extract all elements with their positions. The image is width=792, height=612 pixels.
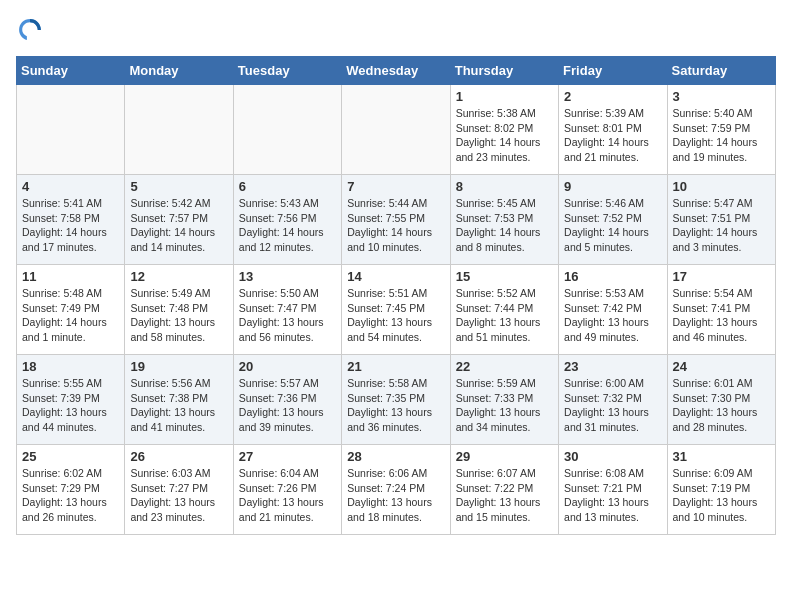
day-info: Sunrise: 6:07 AMSunset: 7:22 PMDaylight:… (456, 466, 553, 525)
day-of-week-thursday: Thursday (450, 57, 558, 85)
day-info: Sunrise: 5:49 AMSunset: 7:48 PMDaylight:… (130, 286, 227, 345)
calendar-cell: 20Sunrise: 5:57 AMSunset: 7:36 PMDayligh… (233, 355, 341, 445)
calendar-cell: 29Sunrise: 6:07 AMSunset: 7:22 PMDayligh… (450, 445, 558, 535)
calendar-cell (125, 85, 233, 175)
calendar-cell: 4Sunrise: 5:41 AMSunset: 7:58 PMDaylight… (17, 175, 125, 265)
day-info: Sunrise: 6:03 AMSunset: 7:27 PMDaylight:… (130, 466, 227, 525)
calendar-cell: 6Sunrise: 5:43 AMSunset: 7:56 PMDaylight… (233, 175, 341, 265)
day-info: Sunrise: 5:44 AMSunset: 7:55 PMDaylight:… (347, 196, 444, 255)
day-number: 31 (673, 449, 770, 464)
calendar-cell: 16Sunrise: 5:53 AMSunset: 7:42 PMDayligh… (559, 265, 667, 355)
calendar-cell: 31Sunrise: 6:09 AMSunset: 7:19 PMDayligh… (667, 445, 775, 535)
day-number: 14 (347, 269, 444, 284)
day-number: 1 (456, 89, 553, 104)
logo-icon (16, 16, 44, 44)
day-info: Sunrise: 6:09 AMSunset: 7:19 PMDaylight:… (673, 466, 770, 525)
calendar-cell: 7Sunrise: 5:44 AMSunset: 7:55 PMDaylight… (342, 175, 450, 265)
calendar-cell (233, 85, 341, 175)
calendar-cell: 26Sunrise: 6:03 AMSunset: 7:27 PMDayligh… (125, 445, 233, 535)
day-number: 8 (456, 179, 553, 194)
day-info: Sunrise: 6:02 AMSunset: 7:29 PMDaylight:… (22, 466, 119, 525)
day-number: 30 (564, 449, 661, 464)
day-info: Sunrise: 5:52 AMSunset: 7:44 PMDaylight:… (456, 286, 553, 345)
page-header (16, 16, 776, 44)
day-info: Sunrise: 5:45 AMSunset: 7:53 PMDaylight:… (456, 196, 553, 255)
day-info: Sunrise: 6:04 AMSunset: 7:26 PMDaylight:… (239, 466, 336, 525)
day-number: 15 (456, 269, 553, 284)
day-number: 10 (673, 179, 770, 194)
day-info: Sunrise: 5:40 AMSunset: 7:59 PMDaylight:… (673, 106, 770, 165)
day-of-week-friday: Friday (559, 57, 667, 85)
day-info: Sunrise: 5:46 AMSunset: 7:52 PMDaylight:… (564, 196, 661, 255)
day-number: 17 (673, 269, 770, 284)
day-of-week-monday: Monday (125, 57, 233, 85)
day-info: Sunrise: 5:39 AMSunset: 8:01 PMDaylight:… (564, 106, 661, 165)
day-info: Sunrise: 5:56 AMSunset: 7:38 PMDaylight:… (130, 376, 227, 435)
day-number: 13 (239, 269, 336, 284)
calendar-cell: 21Sunrise: 5:58 AMSunset: 7:35 PMDayligh… (342, 355, 450, 445)
day-info: Sunrise: 5:41 AMSunset: 7:58 PMDaylight:… (22, 196, 119, 255)
calendar-cell: 30Sunrise: 6:08 AMSunset: 7:21 PMDayligh… (559, 445, 667, 535)
day-number: 27 (239, 449, 336, 464)
calendar-cell: 19Sunrise: 5:56 AMSunset: 7:38 PMDayligh… (125, 355, 233, 445)
calendar-cell: 17Sunrise: 5:54 AMSunset: 7:41 PMDayligh… (667, 265, 775, 355)
day-number: 3 (673, 89, 770, 104)
day-info: Sunrise: 5:51 AMSunset: 7:45 PMDaylight:… (347, 286, 444, 345)
day-number: 19 (130, 359, 227, 374)
day-number: 9 (564, 179, 661, 194)
calendar-cell: 11Sunrise: 5:48 AMSunset: 7:49 PMDayligh… (17, 265, 125, 355)
calendar-cell: 8Sunrise: 5:45 AMSunset: 7:53 PMDaylight… (450, 175, 558, 265)
day-number: 20 (239, 359, 336, 374)
calendar-cell: 24Sunrise: 6:01 AMSunset: 7:30 PMDayligh… (667, 355, 775, 445)
week-row-1: 1Sunrise: 5:38 AMSunset: 8:02 PMDaylight… (17, 85, 776, 175)
day-info: Sunrise: 5:57 AMSunset: 7:36 PMDaylight:… (239, 376, 336, 435)
day-number: 26 (130, 449, 227, 464)
calendar-cell: 12Sunrise: 5:49 AMSunset: 7:48 PMDayligh… (125, 265, 233, 355)
calendar-cell: 10Sunrise: 5:47 AMSunset: 7:51 PMDayligh… (667, 175, 775, 265)
day-number: 21 (347, 359, 444, 374)
calendar-cell: 9Sunrise: 5:46 AMSunset: 7:52 PMDaylight… (559, 175, 667, 265)
calendar-cell: 5Sunrise: 5:42 AMSunset: 7:57 PMDaylight… (125, 175, 233, 265)
calendar-table: SundayMondayTuesdayWednesdayThursdayFrid… (16, 56, 776, 535)
day-number: 7 (347, 179, 444, 194)
day-of-week-tuesday: Tuesday (233, 57, 341, 85)
week-row-3: 11Sunrise: 5:48 AMSunset: 7:49 PMDayligh… (17, 265, 776, 355)
day-number: 28 (347, 449, 444, 464)
day-info: Sunrise: 5:59 AMSunset: 7:33 PMDaylight:… (456, 376, 553, 435)
day-of-week-sunday: Sunday (17, 57, 125, 85)
calendar-cell: 14Sunrise: 5:51 AMSunset: 7:45 PMDayligh… (342, 265, 450, 355)
calendar-body: 1Sunrise: 5:38 AMSunset: 8:02 PMDaylight… (17, 85, 776, 535)
calendar-cell: 1Sunrise: 5:38 AMSunset: 8:02 PMDaylight… (450, 85, 558, 175)
calendar-cell: 13Sunrise: 5:50 AMSunset: 7:47 PMDayligh… (233, 265, 341, 355)
day-number: 16 (564, 269, 661, 284)
week-row-2: 4Sunrise: 5:41 AMSunset: 7:58 PMDaylight… (17, 175, 776, 265)
day-number: 22 (456, 359, 553, 374)
day-info: Sunrise: 5:50 AMSunset: 7:47 PMDaylight:… (239, 286, 336, 345)
days-of-week-row: SundayMondayTuesdayWednesdayThursdayFrid… (17, 57, 776, 85)
day-info: Sunrise: 5:42 AMSunset: 7:57 PMDaylight:… (130, 196, 227, 255)
day-number: 11 (22, 269, 119, 284)
day-info: Sunrise: 5:43 AMSunset: 7:56 PMDaylight:… (239, 196, 336, 255)
calendar-header: SundayMondayTuesdayWednesdayThursdayFrid… (17, 57, 776, 85)
day-of-week-saturday: Saturday (667, 57, 775, 85)
day-number: 5 (130, 179, 227, 194)
day-number: 2 (564, 89, 661, 104)
day-number: 4 (22, 179, 119, 194)
calendar-cell: 15Sunrise: 5:52 AMSunset: 7:44 PMDayligh… (450, 265, 558, 355)
day-number: 6 (239, 179, 336, 194)
day-number: 18 (22, 359, 119, 374)
day-number: 12 (130, 269, 227, 284)
day-number: 25 (22, 449, 119, 464)
calendar-cell: 22Sunrise: 5:59 AMSunset: 7:33 PMDayligh… (450, 355, 558, 445)
day-number: 24 (673, 359, 770, 374)
calendar-cell: 28Sunrise: 6:06 AMSunset: 7:24 PMDayligh… (342, 445, 450, 535)
day-number: 23 (564, 359, 661, 374)
day-info: Sunrise: 6:00 AMSunset: 7:32 PMDaylight:… (564, 376, 661, 435)
calendar-cell: 2Sunrise: 5:39 AMSunset: 8:01 PMDaylight… (559, 85, 667, 175)
calendar-cell: 25Sunrise: 6:02 AMSunset: 7:29 PMDayligh… (17, 445, 125, 535)
day-info: Sunrise: 5:38 AMSunset: 8:02 PMDaylight:… (456, 106, 553, 165)
day-info: Sunrise: 6:06 AMSunset: 7:24 PMDaylight:… (347, 466, 444, 525)
day-info: Sunrise: 6:01 AMSunset: 7:30 PMDaylight:… (673, 376, 770, 435)
calendar-cell: 23Sunrise: 6:00 AMSunset: 7:32 PMDayligh… (559, 355, 667, 445)
logo (16, 16, 48, 44)
